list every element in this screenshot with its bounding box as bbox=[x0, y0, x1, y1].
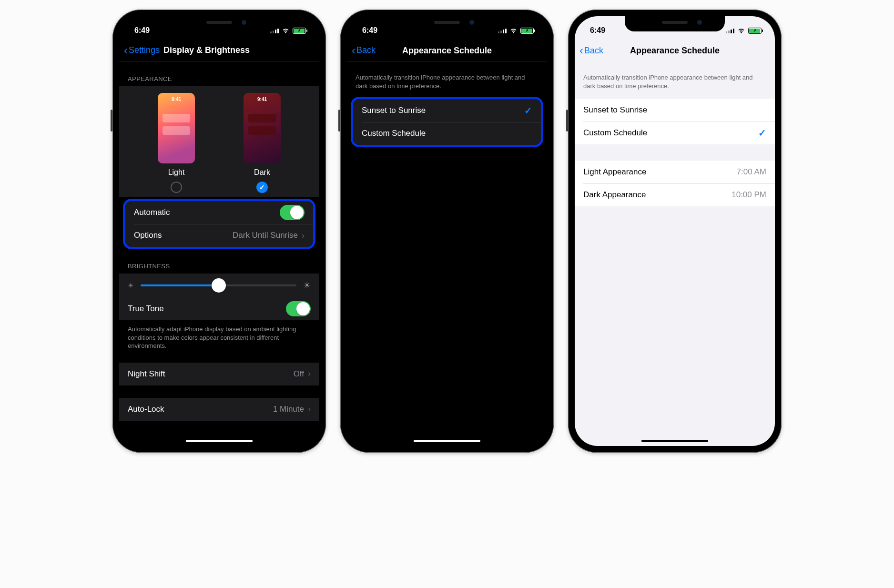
light-appearance-label: Light Appearance bbox=[583, 167, 646, 177]
sunset-sunrise-label: Sunset to Sunrise bbox=[583, 105, 647, 115]
checkmark-icon: ✓ bbox=[758, 127, 766, 139]
page-title: Display & Brightness bbox=[163, 45, 250, 55]
back-label: Settings bbox=[129, 45, 160, 55]
highlight-schedule-options: Sunset to Sunrise ✓ Custom Schedule bbox=[351, 97, 543, 147]
options-value: Dark Until Sunrise bbox=[233, 231, 298, 240]
truetone-row[interactable]: True Tone bbox=[119, 297, 319, 320]
checkmark-icon: ✓ bbox=[524, 105, 532, 116]
dark-thumbnail: 9:41 bbox=[244, 93, 281, 163]
cellular-icon bbox=[726, 28, 734, 33]
dark-appearance-label: Dark Appearance bbox=[583, 190, 646, 200]
brightness-group: ☀︎ ☀︎ True Tone bbox=[119, 274, 319, 320]
back-label: Back bbox=[584, 46, 603, 56]
phone-frame-1: 6:49 ⚡︎ ‹ Settings Display & Brightness bbox=[112, 10, 326, 453]
automatic-row[interactable]: Automatic bbox=[125, 201, 313, 224]
status-time: 6:49 bbox=[134, 26, 150, 35]
chevron-left-icon: ‹ bbox=[579, 45, 583, 56]
truetone-switch[interactable] bbox=[286, 301, 311, 316]
screen-3: 6:49 ⚡︎ ‹ Back Appearance Schedule bbox=[575, 16, 775, 446]
options-row[interactable]: Options Dark Until Sunrise › bbox=[125, 224, 313, 247]
brightness-slider[interactable] bbox=[141, 284, 296, 286]
battery-icon: ⚡︎ bbox=[293, 28, 306, 34]
appearance-option-light[interactable]: 9:41 Light bbox=[158, 93, 195, 193]
light-label: Light bbox=[168, 168, 185, 177]
truetone-label: True Tone bbox=[128, 304, 164, 314]
dark-label: Dark bbox=[254, 168, 270, 177]
light-thumbnail: 9:41 bbox=[158, 93, 195, 163]
options-label: Options bbox=[134, 231, 162, 240]
nightshift-row[interactable]: Night Shift Off › bbox=[119, 363, 319, 385]
dark-appearance-time: 10:00 PM bbox=[731, 190, 766, 200]
phone-frame-2: 6:49 ⚡︎ ‹ Back Appearance Schedule bbox=[340, 10, 554, 453]
back-button[interactable]: ‹ Back bbox=[579, 45, 603, 56]
chevron-left-icon: ‹ bbox=[124, 45, 128, 56]
wifi-icon bbox=[737, 28, 745, 34]
battery-icon: ⚡︎ bbox=[748, 28, 762, 34]
sun-max-icon: ☀︎ bbox=[303, 280, 311, 291]
schedule-options-group: Sunset to Sunrise Custom Schedule ✓ bbox=[575, 99, 775, 144]
custom-times-group: Light Appearance 7:00 AM Dark Appearance… bbox=[575, 161, 775, 206]
dark-appearance-row[interactable]: Dark Appearance 10:00 PM bbox=[575, 183, 775, 206]
cellular-icon bbox=[498, 28, 507, 33]
brightness-slider-row: ☀︎ ☀︎ bbox=[119, 274, 319, 297]
custom-schedule-row[interactable]: Custom Schedule bbox=[353, 122, 541, 145]
sunset-sunrise-row[interactable]: Sunset to Sunrise bbox=[575, 99, 775, 122]
content: Automatically transition iPhone appearan… bbox=[347, 62, 547, 446]
autolock-value: 1 Minute bbox=[273, 405, 304, 414]
chevron-right-icon: › bbox=[308, 369, 311, 379]
highlight-automatic-options: Automatic Options Dark Until Sunrise › bbox=[123, 199, 315, 249]
home-indicator[interactable] bbox=[641, 440, 708, 442]
wifi-icon bbox=[509, 28, 518, 34]
appearance-header: APPEARANCE bbox=[119, 62, 319, 86]
navbar: ‹ Back Appearance Schedule bbox=[575, 39, 775, 62]
content: Automatically transition iPhone appearan… bbox=[575, 62, 775, 446]
home-indicator[interactable] bbox=[414, 440, 480, 442]
navbar: ‹ Settings Display & Brightness bbox=[119, 39, 319, 62]
nightshift-label: Night Shift bbox=[128, 369, 165, 379]
status-time: 6:49 bbox=[362, 26, 377, 35]
truetone-desc: Automatically adapt iPhone display based… bbox=[119, 320, 319, 350]
autolock-row[interactable]: Auto-Lock 1 Minute › bbox=[119, 398, 319, 421]
brightness-header: BRIGHTNESS bbox=[119, 249, 319, 274]
automatic-label: Automatic bbox=[134, 208, 170, 217]
cellular-icon bbox=[270, 28, 279, 33]
sunset-sunrise-label: Sunset to Sunrise bbox=[362, 106, 426, 115]
appearance-option-dark[interactable]: 9:41 Dark bbox=[244, 93, 281, 193]
status-time: 6:49 bbox=[590, 26, 605, 35]
content: APPEARANCE 9:41 Light 9:41 bbox=[119, 62, 319, 446]
schedule-desc: Automatically transition iPhone appearan… bbox=[347, 62, 547, 90]
custom-schedule-label: Custom Schedule bbox=[583, 128, 647, 138]
notch bbox=[169, 16, 269, 31]
battery-icon: ⚡︎ bbox=[520, 28, 534, 34]
custom-schedule-label: Custom Schedule bbox=[362, 129, 426, 138]
wifi-icon bbox=[282, 28, 290, 34]
notch bbox=[397, 16, 497, 31]
nightshift-value: Off bbox=[294, 369, 304, 379]
chevron-left-icon: ‹ bbox=[352, 45, 356, 56]
chevron-right-icon: › bbox=[302, 231, 305, 241]
custom-schedule-row[interactable]: Custom Schedule ✓ bbox=[575, 122, 775, 144]
back-button[interactable]: ‹ Settings bbox=[124, 45, 160, 56]
autolock-label: Auto-Lock bbox=[128, 405, 164, 414]
appearance-group: 9:41 Light 9:41 Dark bbox=[119, 86, 319, 197]
automatic-switch[interactable] bbox=[280, 205, 305, 220]
back-label: Back bbox=[356, 45, 376, 55]
schedule-desc: Automatically transition iPhone appearan… bbox=[575, 62, 775, 90]
radio-light[interactable] bbox=[171, 182, 182, 193]
notch bbox=[625, 16, 725, 31]
home-indicator[interactable] bbox=[186, 440, 253, 442]
page-title: Appearance Schedule bbox=[630, 46, 720, 56]
page-title: Appearance Schedule bbox=[402, 45, 492, 55]
light-appearance-row[interactable]: Light Appearance 7:00 AM bbox=[575, 161, 775, 183]
sun-min-icon: ☀︎ bbox=[128, 282, 134, 289]
phone-frame-3: 6:49 ⚡︎ ‹ Back Appearance Schedule bbox=[568, 10, 782, 453]
light-appearance-time: 7:00 AM bbox=[737, 167, 766, 177]
navbar: ‹ Back Appearance Schedule bbox=[347, 39, 547, 62]
screen-1: 6:49 ⚡︎ ‹ Settings Display & Brightness bbox=[119, 16, 319, 446]
chevron-right-icon: › bbox=[308, 404, 311, 414]
back-button[interactable]: ‹ Back bbox=[352, 45, 376, 56]
radio-dark[interactable] bbox=[256, 182, 268, 193]
screen-2: 6:49 ⚡︎ ‹ Back Appearance Schedule bbox=[347, 16, 547, 446]
sunset-sunrise-row[interactable]: Sunset to Sunrise ✓ bbox=[353, 99, 541, 122]
